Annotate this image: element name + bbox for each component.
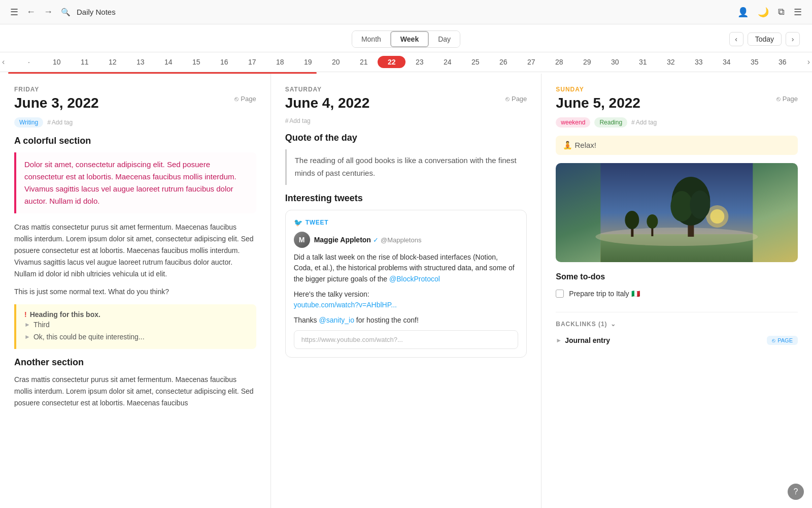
date-num-29[interactable]: 29 xyxy=(573,56,601,68)
backlink-page-button[interactable]: ⎋ PAGE xyxy=(767,336,798,345)
writing-tag[interactable]: Writing xyxy=(14,117,43,128)
date-num-28[interactable]: 28 xyxy=(545,56,573,68)
overflow-menu-button[interactable]: ☰ xyxy=(792,5,804,20)
svg-point-2 xyxy=(596,228,758,246)
svg-point-12 xyxy=(647,214,658,229)
date-num-23[interactable]: 23 xyxy=(405,56,433,68)
date-num-32[interactable]: 32 xyxy=(657,56,685,68)
date-strip-inner: · 10 11 12 13 14 15 16 17 18 19 20 21 22… xyxy=(7,56,805,68)
friday-column: FRIDAY June 3, 2022 ⎋ Page Writing # Add… xyxy=(0,74,271,508)
day-tab[interactable]: Day xyxy=(429,31,460,47)
tweet-mention1[interactable]: @BlockProtocol xyxy=(389,275,440,283)
tweet-body1: Did a talk last week on the rise of bloc… xyxy=(294,252,519,285)
saturday-header: June 4, 2022 ⎋ Page xyxy=(285,95,527,112)
hamburger-menu-button[interactable]: ☰ xyxy=(8,5,20,20)
expand-backlink-icon[interactable]: ► xyxy=(556,337,562,344)
date-num-31[interactable]: 31 xyxy=(629,56,657,68)
callout-item-2[interactable]: ► Ok, this could be quite interesting... xyxy=(24,331,248,343)
date-num-20[interactable]: 20 xyxy=(322,56,350,68)
friday-add-tag[interactable]: # Add tag xyxy=(47,119,73,126)
saturday-page-link[interactable]: ⎋ Page xyxy=(505,95,527,103)
date-num-36[interactable]: 36 xyxy=(768,56,796,68)
date-num-30[interactable]: 30 xyxy=(601,56,629,68)
friday-date: June 3, 2022 xyxy=(14,95,99,111)
callout-item-1[interactable]: ► Third xyxy=(24,319,248,331)
date-num-33[interactable]: 33 xyxy=(685,56,713,68)
date-num-24[interactable]: 24 xyxy=(433,56,461,68)
date-num-27[interactable]: 27 xyxy=(517,56,545,68)
strip-next-arrow[interactable]: › xyxy=(805,55,812,69)
sunday-tags: weekend Reading # Add tag xyxy=(556,117,798,128)
help-button[interactable]: ? xyxy=(788,484,804,500)
forward-button[interactable]: → xyxy=(42,5,55,19)
date-num-19[interactable]: 19 xyxy=(294,56,322,68)
date-num-dot1[interactable]: · xyxy=(15,56,43,68)
expand-icon-2: ► xyxy=(24,333,30,340)
nav-arrows: ‹ Today › xyxy=(729,32,800,46)
reading-tag[interactable]: Reading xyxy=(594,117,627,128)
top-bar: ☰ ← → 🔍 Daily Notes 👤 🌙 ⧉ ☰ xyxy=(0,0,812,24)
date-num-10[interactable]: 10 xyxy=(43,56,71,68)
date-num-26[interactable]: 26 xyxy=(489,56,517,68)
saturday-tags: # Add tag xyxy=(285,117,527,124)
next-arrow[interactable]: › xyxy=(786,32,800,46)
date-num-18[interactable]: 18 xyxy=(266,56,294,68)
hash-icon-sat: # xyxy=(285,117,289,124)
friday-body3: Cras mattis consectetur purus sit amet f… xyxy=(14,374,256,409)
top-bar-right-icons: 👤 🌙 ⧉ ☰ xyxy=(735,5,804,20)
dark-mode-button[interactable]: 🌙 xyxy=(756,5,771,20)
date-num-11[interactable]: 11 xyxy=(71,56,98,68)
todo-checkbox-1[interactable] xyxy=(556,290,564,298)
date-num-21[interactable]: 21 xyxy=(350,56,378,68)
windows-button[interactable]: ⧉ xyxy=(776,5,787,19)
date-num-14[interactable]: 14 xyxy=(154,56,182,68)
back-button[interactable]: ← xyxy=(24,5,38,19)
date-num-12[interactable]: 12 xyxy=(98,56,126,68)
search-icon: 🔍 xyxy=(59,6,73,19)
date-num-13[interactable]: 13 xyxy=(126,56,154,68)
tweet-mention2[interactable]: @sanity_io xyxy=(319,316,354,324)
relax-banner: 🧘 Relax! xyxy=(556,136,798,155)
tweet-url-preview: https://www.youtube.com/watch?... xyxy=(294,330,519,349)
date-num-35[interactable]: 35 xyxy=(740,56,768,68)
backlinks-chevron-icon: ⌄ xyxy=(611,321,616,328)
prev-arrow[interactable]: ‹ xyxy=(729,32,743,46)
external-link-icon-sat: ⎋ xyxy=(505,95,510,103)
weekend-tag[interactable]: weekend xyxy=(556,117,590,128)
date-num-16[interactable]: 16 xyxy=(210,56,238,68)
date-num-37[interactable]: 37 xyxy=(796,56,805,68)
backlink-name-1[interactable]: ► Journal entry xyxy=(556,336,610,344)
friday-body1: Cras mattis consectetur purus sit amet f… xyxy=(14,221,256,280)
friday-header: June 3, 2022 ⎋ Page xyxy=(14,95,256,112)
friday-section1-title: A colorful section xyxy=(14,136,256,146)
sunday-add-tag[interactable]: # Add tag xyxy=(631,119,657,126)
sunday-label: SUNDAY xyxy=(556,86,798,93)
page-icon: ⎋ xyxy=(772,337,775,343)
friday-page-link[interactable]: ⎋ Page xyxy=(234,95,256,103)
date-strip: ‹ · 10 11 12 13 14 15 16 17 18 19 20 21 … xyxy=(0,52,812,72)
date-num-15[interactable]: 15 xyxy=(182,56,210,68)
sunday-page-link[interactable]: ⎋ Page xyxy=(776,95,798,103)
strip-prev-arrow[interactable]: ‹ xyxy=(0,55,7,69)
todos-section: Some to-dos Prepare trip to Italy 🇮🇹 xyxy=(556,272,798,300)
week-tab[interactable]: Week xyxy=(390,31,429,47)
today-button[interactable]: Today xyxy=(748,33,782,46)
tweet-user-row: M Maggie Appleton ✓ @Mappletons xyxy=(294,232,519,248)
tweet-handle: @Mappletons xyxy=(381,236,421,244)
saturday-blockquote: The reading of all good books is like a … xyxy=(285,149,527,185)
backlinks-header[interactable]: BACKLINKS (1) ⌄ xyxy=(556,321,798,328)
date-num-34[interactable]: 34 xyxy=(713,56,740,68)
saturday-add-tag[interactable]: # Add tag xyxy=(285,117,311,124)
tweet-label: TWEET xyxy=(306,219,329,226)
friday-body2: This is just some normal text. What do y… xyxy=(14,286,256,298)
friday-label: FRIDAY xyxy=(14,86,256,93)
month-tab[interactable]: Month xyxy=(352,31,390,47)
date-num-17[interactable]: 17 xyxy=(238,56,266,68)
tweet-link[interactable]: youtube.com/watch?v=AHblHP... xyxy=(294,301,397,309)
tweet-verified-icon: ✓ xyxy=(373,236,381,244)
todo-text-1: Prepare trip to Italy 🇮🇹 xyxy=(569,290,639,298)
user-icon-button[interactable]: 👤 xyxy=(735,5,751,20)
backlinks-label: BACKLINKS (1) xyxy=(556,321,607,328)
date-num-25[interactable]: 25 xyxy=(461,56,489,68)
date-num-22[interactable]: 22 xyxy=(378,56,405,68)
